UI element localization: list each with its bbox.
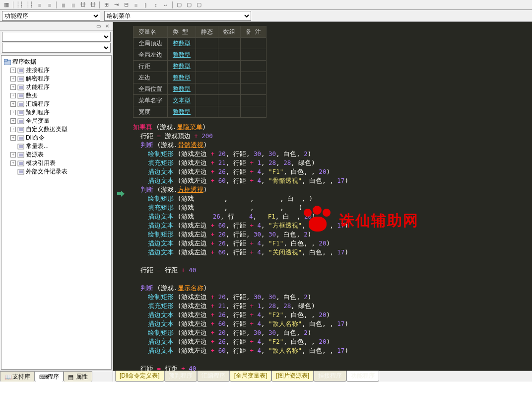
tree-root[interactable]: 程序数据 [2,58,110,66]
tool-icon[interactable]: 丗 [88,1,97,9]
editor-tab[interactable]: 预判程序 [164,371,197,382]
expand-icon[interactable]: + [10,135,16,141]
type-link[interactable]: 整数型 [173,108,191,115]
tree-item[interactable]: +挂接程序 [2,66,110,75]
code-line[interactable]: 描边文本 (游戏左边 + 60, 行距 + 4, "方框透视", 白色, , 1… [133,221,532,230]
doc-icon[interactable]: ▭ [95,23,102,30]
tab-properties[interactable]: ▤属性 [64,371,92,382]
code-line[interactable]: 绘制矩形 (游戏左边 + 20, 行距, 30, 30, 白色, 2) [133,230,532,239]
tool-icon[interactable]: 丗 [78,1,87,9]
tree-item[interactable]: +资源表 [2,151,110,159]
editor-tab[interactable]: [全局变量表] [230,371,272,382]
variable-table[interactable]: 变量名类 型静态数组备 注 全局顶边整数型全局左边整数型行距整数型左边整数型全局… [133,26,266,118]
expand-icon[interactable]: + [10,76,16,81]
editor-tab[interactable]: 汇编程序 [197,371,230,382]
expand-icon[interactable]: + [10,118,16,124]
code-line[interactable]: 描边文本 (游戏左边 + 26, 行距 + 4, "F1", 白色, , 20) [133,239,532,248]
expand-icon[interactable]: + [10,152,16,157]
tree-item[interactable]: +全局变量 [2,117,110,125]
expand-icon[interactable]: + [10,110,16,115]
code-line[interactable]: 填充矩形 (游戏左边 + 21, 行距 + 1, 28, 28, 绿色) [133,302,532,311]
code-line[interactable]: 绘制矩形 (游戏左边 + 20, 行距, 30, 30, 白色, 2) [133,150,532,158]
tree-item[interactable]: 常量表... [2,142,110,151]
code-line[interactable]: 判断 (游戏.骨骼透视) [133,141,532,150]
code-line[interactable]: 描边文本 (游戏左边 + 60, 行距 + 4, "敌人名称", 白色, , 1… [133,319,532,328]
code-line[interactable]: 填充矩形 (游戏左边 + 21, 行距 + 1, 28, 28, 绿色) [133,158,532,167]
tool-icon[interactable]: ≡ [35,1,44,9]
type-link[interactable]: 整数型 [173,63,191,70]
editor-tab[interactable]: 挂接程序 [314,371,346,382]
tool-icon[interactable]: ≡ [132,1,140,9]
type-link[interactable]: 整数型 [173,40,191,47]
code-line[interactable]: 行距 = 行距 + 40 [133,266,532,275]
breakpoint-marker[interactable] [113,190,128,198]
tool-icon[interactable]: ⊞ [102,1,111,9]
left-combo-2[interactable] [2,43,111,53]
expand-icon[interactable]: + [10,101,16,107]
expand-icon[interactable]: + [10,160,16,166]
tree-item[interactable]: +数据 [2,91,110,100]
code-line[interactable]: 绘制矩形 (游戏左边 + 20, 行距, 30, 30, 白色, 2) [133,328,532,337]
code-line[interactable]: 描边文本 (游戏 26, 行 4, F1, 白 , 20) [133,212,532,221]
left-combo-1[interactable] [2,32,111,42]
close-icon[interactable]: ✕ [104,23,111,30]
tree-item[interactable]: +功能程序 [2,83,110,91]
tool-icon[interactable]: ⇥ [112,1,121,9]
code-line[interactable]: 判断 (游戏.方框透视) [133,185,532,194]
code-line[interactable]: 描边文本 (游戏左边 + 26, 行距 + 4, "F2", 白色, , 20) [133,337,532,346]
tree-item[interactable]: +模块引用表 [2,159,110,167]
tool-icon[interactable]: ▢ [185,1,194,9]
tree-item[interactable]: +解密程序 [2,75,110,83]
tool-icon[interactable]: ⫼ [68,1,77,9]
expand-icon[interactable]: + [10,68,16,73]
code-line[interactable]: 描边文本 (游戏左边 + 26, 行距 + 4, "F2", 白色, , 20) [133,311,532,319]
module-select[interactable]: 功能程序 [2,11,100,21]
tool-icon[interactable]: ⊟ [122,1,131,9]
type-link[interactable]: 文本型 [173,97,191,104]
var-row[interactable]: 行距整数型 [133,61,266,72]
code-line[interactable] [133,355,532,364]
project-tree[interactable]: 程序数据 +挂接程序+解密程序+功能程序+数据+汇编程序+预判程序+全局变量+自… [1,55,112,370]
code-line[interactable]: 描边文本 (游戏左边 + 60, 行距 + 4, "骨骼透视", 白色, , 1… [133,176,532,185]
code-line[interactable] [133,275,532,284]
code-line[interactable]: 描边文本 (游戏左边 + 60, 行距 + 4, "敌人名称", 白色, , 1… [133,346,532,355]
var-row[interactable]: 全局左边整数型 [133,49,266,61]
tree-item[interactable]: +汇编程序 [2,100,110,108]
code-line[interactable] [133,257,532,266]
code-line[interactable]: 绘制矩形 (游戏 , , , 白 , ) [133,194,532,203]
tool-icon[interactable]: ↕ [151,1,160,9]
tool-icon[interactable]: ≡ [45,1,54,9]
editor-tab[interactable]: [Dll命令定义表] [115,371,164,382]
tree-item[interactable]: +Dll命令 [2,134,110,142]
code-line[interactable]: 如果真 (游戏.显隐菜单) [133,123,532,132]
expand-icon[interactable]: + [10,93,16,98]
var-row[interactable]: 全局位置整数型 [133,83,266,95]
function-select[interactable]: 绘制菜单 [104,11,251,21]
editor-tab[interactable]: 功能程序 [346,371,379,382]
expand-icon[interactable]: + [10,84,16,90]
var-row[interactable]: 菜单名字文本型 [133,95,266,106]
tab-program[interactable]: ⌨程序 [35,371,64,382]
tool-icon[interactable]: ⫼ [59,1,67,9]
type-link[interactable]: 整数型 [173,51,191,58]
code-editor[interactable]: 变量名类 型静态数组备 注 全局顶边整数型全局左边整数型行距整数型左边整数型全局… [113,22,532,382]
tool-icon[interactable]: ▢ [175,1,184,9]
type-link[interactable]: 整数型 [173,74,191,81]
tree-item[interactable]: +自定义数据类型 [2,125,110,134]
tree-item[interactable]: 外部文件记录表 [2,167,110,176]
code-line[interactable]: 绘制矩形 (游戏左边 + 20, 行距, 30, 30, 白色, 2) [133,293,532,302]
tool-icon[interactable]: ▦ [2,1,11,9]
code-line[interactable]: 行距 = 行距 + 40 [133,364,532,371]
code-line[interactable]: 描边文本 (游戏左边 + 60, 行距 + 4, "关闭透视", 白色, , 1… [133,248,532,257]
code-line[interactable]: 判断 (游戏.显示名称) [133,284,532,293]
code-line[interactable]: 描边文本 (游戏左边 + 26, 行距 + 4, "F1", 白色, , 20) [133,167,532,176]
code-line[interactable]: 填充矩形 (游戏 , , , ) [133,203,532,212]
tool-icon[interactable]: ⫿ [141,1,150,9]
var-row[interactable]: 左边整数型 [133,72,266,83]
type-link[interactable]: 整数型 [173,85,191,92]
tab-support-lib[interactable]: 📖支持库 [0,371,35,382]
tool-icon[interactable]: ┊┊ [25,1,34,9]
editor-tab[interactable]: [图片资源表] [271,371,314,382]
tool-icon[interactable]: ┊┊ [15,1,24,9]
code-line[interactable]: 行距 = 游戏顶边 + 200 [133,132,532,141]
